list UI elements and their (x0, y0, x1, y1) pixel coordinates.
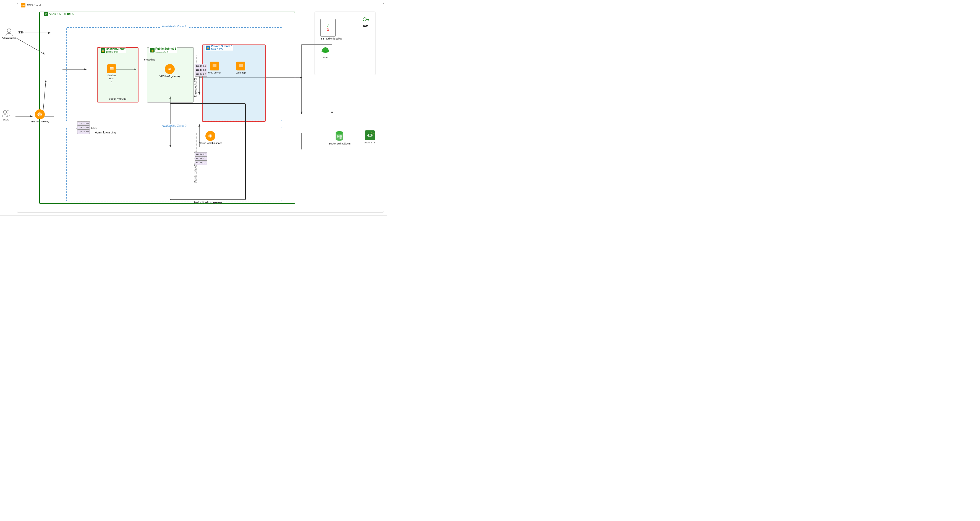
vpc-box: ⬡ VPC 16.0.0.0/16 Availability Zone 1 🔒 … (39, 12, 295, 204)
elastic-lb: Elastic load balancer (199, 131, 222, 145)
iam-role: role (320, 45, 330, 59)
svg-rect-36 (368, 20, 369, 21)
svg-rect-49 (374, 133, 374, 134)
lock-icon-pub1: 🔒 (150, 48, 154, 52)
private-subnet1-label: 🔒 Private Subnet 1 10.0.2.0/24 (205, 45, 233, 51)
svg-point-42 (337, 135, 339, 138)
agent-forwarding-label: Agent forwarding (95, 131, 116, 134)
svg-rect-39 (323, 51, 328, 52)
internet-gateway-icon (35, 110, 45, 119)
aws-cloud-border: aws AWS Cloud ⬡ VPC 16.0.0.0/16 Availabi… (17, 3, 384, 213)
az1-label: Availability Zone 1 (160, 25, 188, 28)
svg-point-50 (7, 29, 11, 33)
web-app-1-icon (236, 62, 245, 70)
svg-rect-43 (339, 135, 342, 138)
bucket-icon (334, 130, 345, 142)
svg-point-33 (210, 135, 211, 137)
route-ips-public: 172.16.0.0 172.16.1.0 172.16.2.0 (77, 121, 90, 134)
administrator: Administrator (2, 28, 16, 40)
internet-gateway: Internet gateway (31, 110, 49, 123)
lock-icon-priv1: 🔒 (206, 46, 210, 50)
web-server-1: Web server (208, 62, 221, 74)
nat-gateway-1: VPC NAT gateway (159, 64, 180, 78)
diagram-container: aws AWS Cloud ⬡ VPC 16.0.0.0/16 Availabi… (0, 0, 387, 216)
public-subnet1: 🔒 Public Subnet 1 10.0.0.0/24 VPC NAT ga… (147, 47, 194, 102)
elastic-lb-icon (205, 131, 215, 141)
s3-policy-doc: ✓ ✗ S3 read only policy (320, 19, 342, 40)
ssh-label: SSH (18, 31, 25, 34)
web-server-1-icon (210, 62, 219, 70)
nat-gateway-1-icon (165, 64, 175, 74)
lock-icon-bastion: 🔒 (101, 48, 105, 53)
iam-box: IAM ✓ ✗ S3 read only policy (315, 12, 375, 75)
aws-sts: AWS STS (364, 130, 375, 144)
s3-bucket: Bucket with Objects (329, 130, 350, 145)
users-icon (2, 110, 11, 118)
administrator-icon (5, 28, 14, 37)
public-subnet1-label: 🔒 Public Subnet 1 10.0.0.0/24 (149, 47, 177, 53)
svg-rect-24 (213, 64, 216, 67)
bastion-host: BastionHost1 (107, 64, 116, 83)
iam-icon-box: IAM (362, 16, 370, 28)
autoscaling-box: Auto Scaling group (170, 103, 246, 200)
svg-point-41 (336, 131, 344, 134)
svg-point-51 (3, 111, 6, 114)
bastion-subnet: 🔒 BastionSubnet 10.0.6.0/24 BastionHost1 (97, 47, 138, 102)
svg-point-34 (363, 17, 366, 21)
iam-icon (362, 16, 370, 25)
bastion-subnet-label: 🔒 BastionSubnet 10.0.6.0/24 (100, 48, 126, 53)
bastion-host-icon (107, 64, 116, 73)
aws-sts-icon (365, 130, 375, 141)
svg-rect-26 (239, 64, 243, 67)
vpc-label: ⬡ VPC 16.0.0.0/16 (43, 12, 75, 16)
svg-point-46 (369, 134, 371, 137)
autoscaling-label: Auto Scaling group (194, 200, 222, 204)
route-ips-az1: 172.16.0.0 172.16.1.0 172.16.2.0 (195, 64, 207, 76)
svg-rect-48 (373, 133, 375, 133)
bastion-security-group-label: security group (98, 97, 138, 100)
forwarding-label: Forwarding (143, 58, 155, 61)
svg-rect-21 (110, 68, 113, 69)
users: users (2, 110, 11, 121)
aws-cloud-label: aws AWS Cloud (20, 3, 42, 8)
svg-rect-37 (367, 20, 368, 21)
svg-rect-20 (110, 67, 113, 68)
svg-rect-19 (110, 67, 114, 70)
role-icon (320, 45, 330, 56)
web-app-1: Web app (236, 62, 246, 74)
